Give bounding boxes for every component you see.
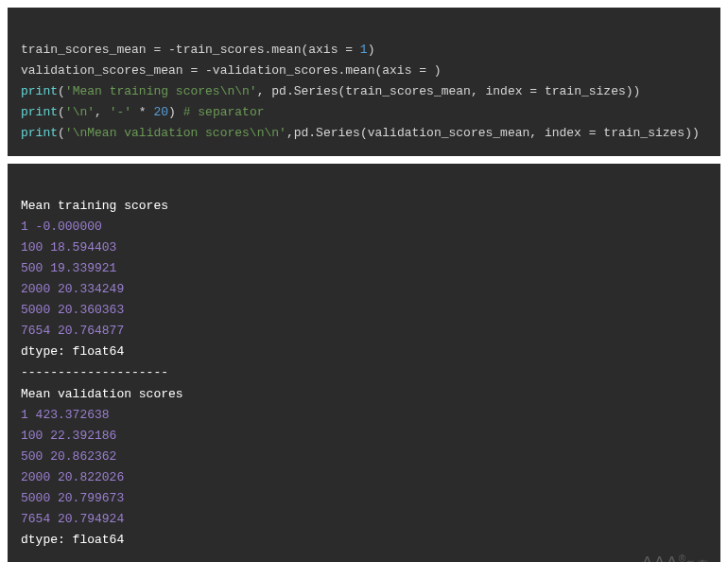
code-text: ) xyxy=(368,43,375,57)
code-string: '\n' xyxy=(65,105,95,119)
code-fn: print xyxy=(21,84,58,98)
output-row: 1 423.372638 xyxy=(21,408,110,422)
watermark: AAA®教育 xyxy=(642,549,709,562)
code-text: , xyxy=(95,105,110,119)
output-row: 2000 20.334249 xyxy=(21,282,124,296)
output-header: Mean validation scores xyxy=(21,387,183,401)
output-row: 100 18.594403 xyxy=(21,240,116,255)
output-row: 100 22.392186 xyxy=(21,429,116,443)
output-row: 500 20.862362 xyxy=(21,449,116,464)
code-text: ) xyxy=(168,105,183,119)
code-text: * xyxy=(131,105,153,119)
output-row: 7654 20.764877 xyxy=(21,324,124,338)
code-text: validation_scores_mean = -validation_sco… xyxy=(21,63,442,78)
code-number: 1 xyxy=(360,43,368,57)
code-text: , pd.Series(train_scores_mean, index = t… xyxy=(257,84,641,98)
watermark-reg: ® xyxy=(679,553,686,562)
code-string: '-' xyxy=(110,105,131,119)
code-text: ,pd.Series(validation_scores_mean, index… xyxy=(286,126,700,140)
output-row: 5000 20.360363 xyxy=(21,303,124,317)
output-row: 5000 20.799673 xyxy=(21,491,124,505)
code-string: 'Mean training scores\n\n' xyxy=(65,84,257,98)
output-header: Mean training scores xyxy=(21,199,168,213)
code-number: 20 xyxy=(153,105,168,119)
code-paren: ( xyxy=(58,84,65,98)
code-paren: ( xyxy=(58,126,65,140)
output-dtype: dtype: float64 xyxy=(21,344,124,359)
output-separator: -------------------- xyxy=(21,365,168,379)
output-row: 500 19.339921 xyxy=(21,261,116,275)
code-line: validation_scores_mean = -validation_sco… xyxy=(21,63,442,78)
code-text: train_scores_mean = -train_scores.mean(a… xyxy=(21,43,360,57)
watermark-text: AAA xyxy=(642,553,679,562)
code-comment: # separator xyxy=(183,105,265,119)
code-string: '\nMean validation scores\n\n' xyxy=(65,126,286,140)
code-line: print('\n', '-' * 20) # separator xyxy=(21,105,265,119)
code-fn: print xyxy=(21,105,58,119)
output-row: 7654 20.794924 xyxy=(21,512,124,526)
code-line: train_scores_mean = -train_scores.mean(a… xyxy=(21,43,374,57)
code-paren: ( xyxy=(58,105,65,119)
code-fn: print xyxy=(21,126,58,140)
code-line: print('\nMean validation scores\n\n',pd.… xyxy=(21,126,700,140)
code-input-block: train_scores_mean = -train_scores.mean(a… xyxy=(8,8,720,156)
output-row: 1 -0.000000 xyxy=(21,220,102,234)
code-output-block: Mean training scores 1 -0.000000 100 18.… xyxy=(8,164,720,562)
output-dtype: dtype: float64 xyxy=(21,533,124,547)
output-row: 2000 20.822026 xyxy=(21,470,124,484)
code-line: print('Mean training scores\n\n', pd.Ser… xyxy=(21,84,640,98)
